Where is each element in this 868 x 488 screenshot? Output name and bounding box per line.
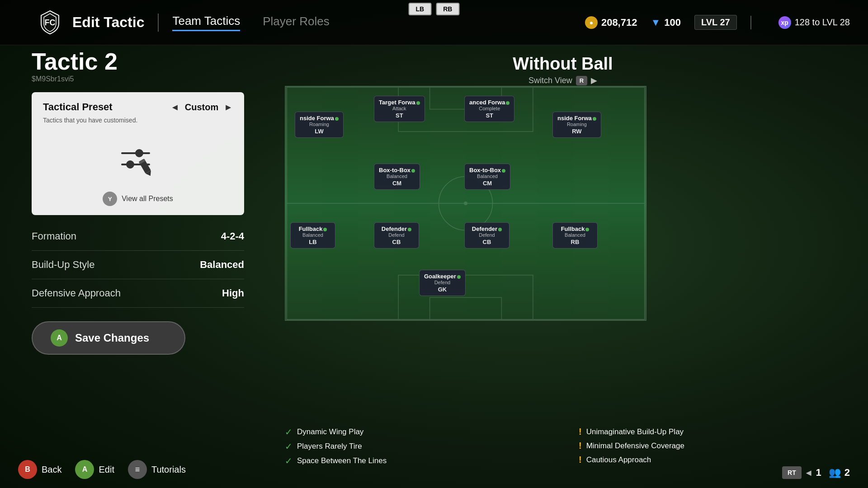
- save-label: Save Changes: [75, 332, 149, 344]
- nav-title: Edit Tactic: [72, 14, 144, 31]
- tactic-name: Tactic 2: [32, 50, 249, 73]
- shield-icon: ▼: [651, 17, 660, 28]
- rt-button: RT: [782, 466, 802, 479]
- con-1: ! Unimaginative Build-Up Play: [579, 427, 854, 437]
- nav-divider: [158, 14, 159, 32]
- rb-button[interactable]: RB: [436, 3, 459, 15]
- bottom-right: RT ◄ 1 👥 2: [782, 466, 850, 479]
- pitch-field: nside Forwa Roaming LW Target Forwa Atta…: [285, 86, 646, 321]
- rt-badge: RT ◄ 1: [782, 466, 821, 479]
- players-badge: 👥 2: [829, 467, 850, 479]
- formation-label: Formation: [32, 230, 76, 242]
- player-gk[interactable]: Goalkeeper Defend GK: [419, 270, 466, 296]
- con-label-3: Cautious Approach: [586, 455, 651, 465]
- view-presets-label: View all Presets: [122, 195, 173, 203]
- preset-icon-area: [43, 133, 233, 187]
- svg-point-2: [136, 150, 143, 157]
- player-cb-right[interactable]: Defender Defend CB: [464, 222, 509, 249]
- preset-description: Tactics that you have customised.: [43, 117, 233, 124]
- buildup-label: Build-Up Style: [32, 259, 94, 271]
- cons-list: ! Unimaginative Build-Up Play ! Minimal …: [579, 427, 854, 470]
- con-icon-3: !: [579, 455, 582, 465]
- logo: FC: [36, 9, 63, 36]
- lb-button[interactable]: LB: [409, 3, 432, 15]
- switch-view[interactable]: Switch View R ▶: [258, 75, 868, 85]
- bottom-nav: B Back A Edit ≡ Tutorials: [18, 460, 186, 479]
- tactic-code: $M9Sbr1svi5: [32, 75, 249, 83]
- coins-display: ● 208,712: [585, 16, 637, 29]
- players-icon: 👥: [829, 467, 841, 479]
- shields-value: 100: [664, 17, 681, 28]
- svg-point-4: [127, 161, 134, 168]
- player-st-left[interactable]: Target Forwa Attack ST: [374, 96, 425, 122]
- divider2: [750, 16, 751, 29]
- back-nav-item[interactable]: B Back: [18, 460, 61, 479]
- preset-card: Tactical Preset ◄ Custom ► Tactics that …: [32, 92, 244, 215]
- edit-label: Edit: [99, 465, 114, 475]
- preset-icon: [118, 142, 158, 178]
- player-rw[interactable]: nside Forwa Roaming RW: [552, 112, 601, 138]
- tab-team-tactics[interactable]: Team Tactics: [172, 14, 240, 31]
- a-button-icon: A: [51, 329, 68, 347]
- defensive-row[interactable]: Defensive Approach High: [32, 279, 244, 308]
- pro-label-2: Players Rarely Tire: [297, 442, 362, 451]
- formation-value: 4-2-4: [221, 230, 244, 242]
- con-label-2: Minimal Defensive Coverage: [586, 441, 684, 450]
- coins-value: 208,712: [601, 17, 637, 28]
- player-st-right[interactable]: anced Forwa Complete ST: [464, 96, 514, 122]
- view-title: Without Ball: [258, 45, 868, 74]
- menu-button: ≡: [128, 460, 147, 479]
- player-lb[interactable]: Fullback Balanced LB: [290, 222, 335, 249]
- player-cm-left[interactable]: Box-to-Box Balanced CM: [374, 164, 420, 190]
- preset-next-button[interactable]: ►: [224, 102, 233, 113]
- con-icon-1: !: [579, 427, 582, 437]
- pros-cons: ✓ Dynamic Wing Play ✓ Players Rarely Tir…: [285, 427, 854, 470]
- player-cb-left[interactable]: Defender Defend CB: [374, 222, 419, 249]
- pro-1: ✓ Dynamic Wing Play: [285, 427, 561, 437]
- pro-label-3: Space Between The Lines: [297, 456, 387, 465]
- player-rb[interactable]: Fullback Balanced RB: [552, 222, 598, 249]
- preset-nav: ◄ Custom ►: [170, 102, 233, 113]
- main-area: Without Ball Switch View R ▶ ns: [258, 45, 868, 488]
- con-icon-2: !: [579, 441, 582, 451]
- formation-row[interactable]: Formation 4-2-4: [32, 222, 244, 251]
- b-button: B: [18, 460, 37, 479]
- preset-footer: Y View all Presets: [43, 192, 233, 206]
- edit-nav-item[interactable]: A Edit: [75, 460, 114, 479]
- pro-3: ✓ Space Between The Lines: [285, 455, 561, 466]
- r-badge: R: [576, 76, 587, 85]
- players-count: 2: [844, 467, 850, 479]
- buildup-value: Balanced: [200, 259, 244, 271]
- preset-prev-button[interactable]: ◄: [170, 102, 179, 113]
- tutorials-nav-item[interactable]: ≡ Tutorials: [128, 460, 186, 479]
- tab-player-roles[interactable]: Player Roles: [263, 14, 329, 30]
- settings-list: Formation 4-2-4 Build-Up Style Balanced …: [32, 222, 244, 308]
- pro-label-1: Dynamic Wing Play: [297, 427, 363, 436]
- xp-badge: xp 128 to LVL 28: [778, 16, 850, 29]
- bumpers: LB RB: [409, 0, 460, 18]
- rt-count: 1: [816, 467, 821, 479]
- preset-value: Custom: [185, 102, 218, 113]
- con-3: ! Cautious Approach: [579, 455, 854, 465]
- header-right: ● 208,712 ▼ 100 LVL 27 xp 128 to LVL 28: [585, 15, 850, 30]
- player-cm-right[interactable]: Box-to-Box Balanced CM: [464, 164, 510, 190]
- rt-arrow: ◄: [804, 468, 813, 478]
- pro-icon-1: ✓: [285, 427, 292, 437]
- pro-2: ✓ Players Rarely Tire: [285, 441, 561, 452]
- pros-list: ✓ Dynamic Wing Play ✓ Players Rarely Tir…: [285, 427, 561, 470]
- defensive-label: Defensive Approach: [32, 287, 121, 299]
- shields-display: ▼ 100: [651, 17, 681, 28]
- tutorials-label: Tutorials: [151, 465, 186, 475]
- buildup-row[interactable]: Build-Up Style Balanced: [32, 251, 244, 279]
- svg-text:FC: FC: [44, 18, 55, 27]
- preset-label: Tactical Preset: [43, 101, 113, 113]
- xp-icon: xp: [778, 16, 791, 29]
- back-label: Back: [42, 465, 61, 475]
- a-button-bottom: A: [75, 460, 94, 479]
- pro-icon-2: ✓: [285, 441, 292, 452]
- xp-value: 128 to LVL 28: [795, 17, 850, 28]
- player-lw[interactable]: nside Forwa Roaming LW: [295, 112, 344, 138]
- save-changes-button[interactable]: A Save Changes: [32, 321, 185, 355]
- header-nav: Edit Tactic Team Tactics Player Roles: [72, 14, 352, 32]
- left-panel: Tactic 2 $M9Sbr1svi5 Tactical Preset ◄ C…: [32, 50, 249, 355]
